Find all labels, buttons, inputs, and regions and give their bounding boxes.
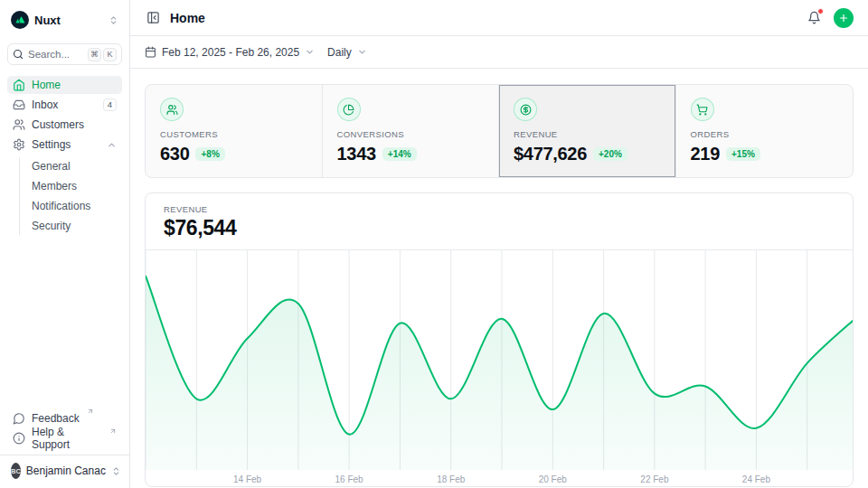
svg-text:22 Feb: 22 Feb	[640, 474, 669, 484]
stat-value: 630	[160, 144, 189, 164]
info-icon	[13, 432, 25, 445]
date-range-button[interactable]: Feb 12, 2025 - Feb 26, 2025	[145, 46, 315, 59]
notification-dot	[817, 8, 824, 14]
subnav-label: Members	[32, 180, 77, 192]
add-button[interactable]	[834, 8, 854, 28]
subnav-item-members[interactable]: Members	[28, 177, 122, 195]
subnav-item-general[interactable]: General	[28, 157, 122, 175]
sidebar-item-label: Home	[32, 79, 61, 91]
stat-value: 1343	[337, 144, 376, 164]
external-link-icon	[109, 427, 117, 435]
stat-delta-badge: +8%	[195, 147, 224, 161]
sidebar-item-label: Inbox	[32, 99, 58, 111]
stat-card-revenue[interactable]: REVENUE $477,626 +20%	[499, 85, 676, 177]
kbd-cmd: ⌘	[88, 48, 101, 61]
inbox-count-badge: 4	[103, 99, 117, 111]
stat-card-orders[interactable]: ORDERS 219 +15%	[676, 85, 854, 177]
chart-metric-total: $76,544	[164, 216, 835, 240]
subnav-label: Notifications	[32, 200, 90, 212]
page-title: Home	[170, 11, 205, 25]
subnav-item-security[interactable]: Security	[28, 217, 122, 235]
sidebar-item-label: Settings	[32, 138, 71, 151]
chevron-down-icon	[357, 47, 367, 57]
sidebar: Nuxt ⌘ K Home Inbox 4	[0, 0, 130, 488]
notifications-button[interactable]	[806, 9, 823, 26]
chevrons-up-down-icon	[108, 15, 118, 25]
workspace-name: Nuxt	[34, 14, 61, 27]
user-name: Benjamin Canac	[26, 465, 106, 477]
sidebar-footer-links: Feedback Help & Support	[7, 409, 122, 447]
search-input[interactable]	[28, 49, 77, 60]
avatar: BC	[11, 463, 21, 479]
svg-text:18 Feb: 18 Feb	[437, 474, 466, 484]
chart-header: REVENUE $76,544	[146, 193, 853, 250]
stat-label: ORDERS	[691, 129, 839, 139]
sidebar-spacer	[7, 235, 122, 409]
user-menu-button[interactable]: BC Benjamin Canac	[7, 455, 122, 481]
external-link-icon	[87, 408, 94, 415]
granularity-label: Daily	[327, 46, 352, 59]
home-icon	[13, 79, 25, 91]
sidebar-item-customers[interactable]: Customers	[7, 116, 122, 134]
chat-bubble-icon	[13, 412, 25, 425]
help-support-label: Help & Support	[32, 426, 102, 451]
granularity-select[interactable]: Daily	[327, 46, 367, 59]
calendar-icon	[145, 46, 156, 58]
gear-icon	[13, 138, 25, 151]
svg-text:20 Feb: 20 Feb	[539, 474, 568, 484]
sidebar-item-settings[interactable]: Settings	[7, 136, 122, 154]
sidebar-nav: Home Inbox 4 Customers Settings Genera	[7, 76, 122, 235]
stat-delta-badge: +15%	[726, 147, 760, 161]
chevron-down-icon	[305, 47, 315, 57]
shopping-cart-icon	[691, 98, 714, 121]
dashboard-content: CUSTOMERS 630 +8% CONVERSIONS 1343 +14%	[130, 69, 868, 487]
chevrons-up-down-icon	[111, 466, 121, 476]
stat-value: $477,626	[514, 144, 587, 164]
search-icon	[13, 49, 24, 60]
plus-icon	[838, 13, 849, 23]
page-header: Home	[130, 0, 868, 36]
filters-toolbar: Feb 12, 2025 - Feb 26, 2025 Daily	[130, 36, 868, 69]
stat-delta-badge: +14%	[382, 147, 417, 161]
stat-label: REVENUE	[514, 129, 661, 139]
collapse-sidebar-button[interactable]	[145, 9, 162, 26]
help-support-link[interactable]: Help & Support	[7, 429, 122, 447]
header-actions	[806, 8, 854, 28]
chevron-up-icon	[107, 140, 117, 150]
kbd-k: K	[103, 48, 117, 61]
stats-row: CUSTOMERS 630 +8% CONVERSIONS 1343 +14%	[145, 84, 854, 178]
stat-card-customers[interactable]: CUSTOMERS 630 +8%	[146, 85, 323, 177]
svg-text:24 Feb: 24 Feb	[742, 474, 771, 484]
date-range-label: Feb 12, 2025 - Feb 26, 2025	[162, 46, 299, 59]
users-icon	[160, 98, 184, 121]
stat-delta-badge: +20%	[593, 147, 627, 161]
subnav-item-notifications[interactable]: Notifications	[28, 197, 122, 215]
settings-subnav: General Members Notifications Security	[19, 157, 122, 235]
feedback-label: Feedback	[32, 412, 80, 425]
nuxt-logo-icon	[11, 11, 29, 29]
sidebar-item-home[interactable]: Home	[7, 76, 122, 94]
main-panel: Home Feb 12, 2025 - Feb 26, 2025	[130, 0, 868, 488]
workspace-switcher[interactable]: Nuxt	[7, 9, 122, 31]
subnav-label: General	[32, 160, 71, 173]
revenue-chart-card: REVENUE $76,544 14 Feb16 Feb18 Feb20 Feb…	[145, 192, 854, 487]
search-input-wrap[interactable]: ⌘ K	[7, 43, 122, 65]
users-icon	[13, 118, 25, 131]
stat-card-conversions[interactable]: CONVERSIONS 1343 +14%	[323, 85, 500, 177]
stat-label: CONVERSIONS	[337, 129, 485, 139]
stat-value: 219	[691, 144, 720, 164]
stat-label: CUSTOMERS	[160, 129, 307, 139]
sidebar-item-inbox[interactable]: Inbox 4	[7, 96, 122, 114]
feedback-link[interactable]: Feedback	[7, 409, 122, 427]
chart-metric-label: REVENUE	[164, 204, 835, 214]
search-shortcut: ⌘ K	[88, 48, 117, 61]
svg-text:14 Feb: 14 Feb	[233, 474, 262, 484]
panel-left-close-icon	[146, 11, 160, 24]
inbox-icon	[13, 99, 25, 111]
sidebar-item-label: Customers	[32, 118, 84, 131]
revenue-area-chart[interactable]: 14 Feb16 Feb18 Feb20 Feb22 Feb24 Feb	[146, 250, 853, 487]
chart-pie-icon	[337, 98, 361, 121]
circle-dollar-icon	[514, 98, 537, 121]
svg-text:16 Feb: 16 Feb	[335, 474, 364, 484]
subnav-label: Security	[32, 220, 71, 232]
